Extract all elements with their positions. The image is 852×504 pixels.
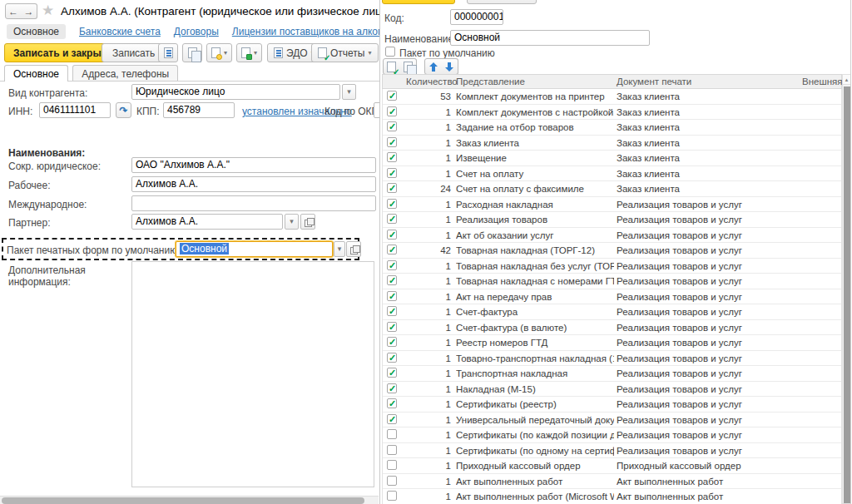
col-title[interactable]: Представление [456,77,525,86]
back-icon[interactable] [5,3,22,19]
nav-main[interactable]: Основное [7,24,66,39]
tab-main[interactable]: Основное [4,65,68,82]
kind-field[interactable]: Юридическое лицо [131,84,340,100]
print-pack-dropdown-button[interactable] [334,241,345,257]
table-row[interactable]: 1 Акт на передачу прав Реализация товаро… [383,289,841,305]
table-row[interactable]: 1 Универсальный передаточный документ (У… [383,413,841,428]
nav-contracts[interactable]: Договоры [174,26,219,37]
row-checkbox[interactable] [387,414,397,424]
history-menu-button[interactable]: ▾ [206,43,232,62]
row-checkbox[interactable] [387,476,397,486]
favorite-star-icon[interactable] [42,2,54,19]
row-checkbox[interactable] [387,429,397,439]
table-row[interactable]: 1 Счет-фактура (в валюте) Реализация тов… [383,320,841,336]
table-row[interactable]: 42 Товарная накладная (ТОРГ-12) Реализац… [383,243,841,259]
row-checkbox[interactable] [387,106,397,116]
uncheck-all-button[interactable] [399,58,417,75]
row-checkbox[interactable] [387,152,397,162]
move-down-button[interactable] [441,58,458,75]
additional-info-textarea[interactable] [131,261,374,487]
table-row[interactable]: 1 Акт об оказании услуг Реализация товар… [383,228,841,244]
row-checkbox[interactable] [387,383,397,393]
table-row[interactable]: 1 Товарная накладная с номерами ГТД (ТОР… [383,274,841,289]
name-field[interactable]: Основной [450,30,650,46]
table-row[interactable]: 1 Акт выполненных работ Акт выполненных … [383,474,841,490]
forward-icon[interactable] [21,3,37,19]
row-checkbox[interactable] [387,260,397,270]
print-pack-field[interactable]: Основной [176,241,333,257]
code-field[interactable]: 000000001 [450,9,503,25]
table-row[interactable]: 1 Сертификаты (по одному на сертификат) … [383,443,841,459]
dialog-save-button[interactable] [467,0,537,4]
partner-dropdown-button[interactable] [285,214,299,230]
table-row[interactable]: 1 Товарная накладная без услуг (ТОРГ-12)… [383,259,841,274]
table-row[interactable]: 1 Сертификаты (по каждой позиции докумен… [383,427,841,443]
table-row[interactable]: 1 Товарно-транспортная накладная (1-Т) Р… [383,351,841,367]
table-row[interactable]: 1 Счет-фактура Реализация товаров и услу… [383,304,841,320]
vertical-scrollbar-thumb[interactable] [844,86,850,503]
row-checkbox[interactable] [387,306,397,316]
table-row[interactable]: 1 Транспортная накладная Реализация това… [383,366,841,382]
short-legal-field[interactable]: ОАО "Алхимов А.А." [131,157,376,173]
col-external[interactable]: Внешняя [802,77,842,86]
row-checkbox[interactable] [387,398,397,408]
default-pack-checkbox[interactable] [385,47,395,57]
working-name-field[interactable]: Алхимов А.А. [131,176,376,192]
row-checkbox[interactable] [387,245,397,254]
table-row[interactable]: 1 Заказ клиента Заказ клиента [383,136,841,151]
partner-field[interactable]: Алхимов А.А. [131,214,283,230]
row-checkbox[interactable] [387,91,397,101]
kind-dropdown-button[interactable] [342,84,356,100]
table-row[interactable]: 1 Комплект документов с настройкой... За… [383,105,841,121]
row-checkbox[interactable] [387,183,397,193]
table-row[interactable]: 1 Извещение Заказ клиента [383,151,841,166]
reports-menu-button[interactable]: ✓ Отчеты ▾ [311,43,379,62]
inn-field[interactable]: 0461111101 [39,102,111,118]
table-row[interactable]: 1 Накладная (М-15) Реализация товаров и … [383,382,841,398]
international-name-field[interactable] [131,195,376,211]
horizontal-scrollbar-thumb[interactable] [2,497,364,504]
table-row[interactable]: 53 Комплект документов на принтер Заказ … [383,89,841,105]
table-row[interactable]: 1 Реестр номеров ГТД Реализация товаров … [383,335,841,351]
dialog-save-close-button[interactable] [382,0,455,4]
table-row[interactable]: 1 Приходный кассовый ордер Приходный кас… [383,458,841,474]
table-row[interactable]: 1 Расходная накладная Реализация товаров… [383,197,841,213]
print-pack-open-icon[interactable] [346,241,361,257]
fill-by-inn-button[interactable] [116,102,131,118]
row-checkbox[interactable] [387,121,397,131]
table-row[interactable]: 1 Задание на отбор товаров Заказ клиента [383,120,841,136]
okpo-field[interactable] [374,102,379,118]
row-checkbox[interactable] [387,322,397,332]
copy-document-button[interactable] [182,43,202,62]
row-checkbox[interactable] [387,353,397,363]
row-checkbox[interactable] [387,368,397,378]
row-checkbox[interactable] [387,168,397,178]
table-row[interactable]: 1 Акт выполненных работ (Microsoft Word)… [383,489,841,504]
check-all-button[interactable]: ✓ [383,58,400,75]
row-checkbox[interactable] [387,275,397,285]
table-row[interactable]: 1 Счет на оплату Заказ клиента [383,166,841,182]
table-row[interactable]: 1 Реализация товаров Реализация товаров … [383,212,841,228]
table-row[interactable]: 1 Сертификаты (реестр) Реализация товаро… [383,397,841,413]
col-doc[interactable]: Документ печати [617,77,691,86]
row-checkbox[interactable] [387,445,397,455]
kpp-field[interactable]: 456789 [163,102,235,118]
row-checkbox[interactable] [387,214,397,224]
nav-licenses[interactable]: Лицензии поставщиков на алкогольную и сп… [232,26,379,37]
table-row[interactable]: 24 Счет на оплату с факсимиле Заказ клие… [383,181,841,197]
row-checkbox[interactable] [387,337,397,347]
row-checkbox[interactable] [387,199,397,209]
row-checkbox[interactable] [387,137,397,147]
row-checkbox[interactable] [387,491,397,501]
row-checkbox[interactable] [387,230,397,240]
row-checkbox[interactable] [387,291,397,301]
nav-bank-accounts[interactable]: Банковские счета [79,26,161,37]
scroll-up-icon[interactable] [843,75,850,85]
document-structure-button[interactable] [158,43,178,62]
col-quantity[interactable]: Количество [406,77,458,86]
row-checkbox[interactable] [387,460,397,470]
move-up-button[interactable] [424,58,442,75]
partner-open-icon[interactable] [300,214,315,230]
horizontal-scrollbar[interactable] [0,496,379,504]
tab-addresses[interactable]: Адреса, телефоны [72,65,178,82]
